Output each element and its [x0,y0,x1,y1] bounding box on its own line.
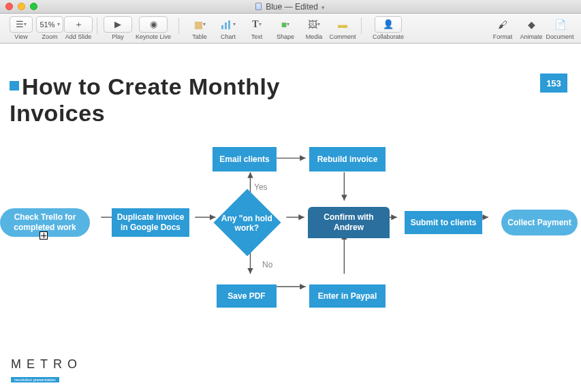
chart-icon [221,20,233,29]
slide-title-block: How to Create Monthly Invoices [10,74,280,127]
flowchart: Check Trello for completed work Duplicat… [0,139,581,370]
view-button[interactable]: ☰▾ View [7,15,35,42]
slide-canvas[interactable]: How to Create Monthly Invoices 153 [0,44,581,392]
logo-sub: revolution presentation [11,377,59,382]
table-button[interactable]: ▦▾ Table [185,15,214,42]
slide-title-line1: How to Create Monthly [22,74,280,99]
media-icon: 🖼 [308,19,317,30]
flow-collect-payment[interactable]: Collect Payment [501,210,578,235]
text-icon: T [252,19,258,30]
shape-button[interactable]: ■▾ Shape [271,15,300,42]
flow-label-yes: Yes [254,182,268,192]
document-button[interactable]: 📄 Document [546,15,574,42]
flow-enter-paypal[interactable]: Enter in Paypal [309,284,386,308]
logo: METRO revolution presentation [11,357,82,384]
collaborate-button[interactable]: 👤 Collaborate [368,15,409,42]
chevron-down-icon: ▾ [57,21,60,27]
minimize-icon[interactable] [18,3,25,10]
table-icon: ▦ [194,19,203,30]
document-status: Edited [295,2,318,12]
chart-button[interactable]: ▾ Chart [214,15,242,42]
window-titlebar: Blue — Edited ▼ [0,0,581,14]
slide-title-line2: Invoices [10,100,280,127]
flow-submit-clients[interactable]: Submit to clients [405,211,482,234]
flow-duplicate-invoice[interactable]: Duplicate invoice in Google Docs [112,208,189,237]
keynote-live-button[interactable]: ◉ Keynote Live [132,15,174,42]
flow-email-clients[interactable]: Email clients [213,147,277,172]
comment-icon: ▬ [338,19,347,30]
slide-number: 153 [540,74,567,93]
window-title: Blue — Edited ▼ [0,2,581,12]
flow-save-pdf[interactable]: Save PDF [217,284,277,308]
flow-label-no: No [262,260,272,270]
shape-icon: ■ [281,19,287,30]
media-button[interactable]: 🖼▾ Media [300,15,328,42]
window-controls [5,3,37,10]
document-icon: 📄 [554,19,566,30]
svg-rect-0 [221,25,223,29]
toolbar: ☰▾ View 51% ▾ Zoom ＋ Add Slide ▶ Play ◉ … [0,14,581,44]
plus-icon: ＋ [74,18,83,31]
comment-button[interactable]: ▬ Comment [328,15,357,42]
zoom-button[interactable]: 51% ▾ Zoom [35,15,64,42]
flow-rebuild-invoice[interactable]: Rebuild invoice [309,147,386,172]
chevron-down-icon[interactable]: ▼ [320,5,326,11]
text-button[interactable]: T▾ Text [242,15,271,42]
logo-main: METRO [11,357,82,372]
brush-icon: 🖌 [498,19,507,30]
close-icon[interactable] [5,3,13,10]
format-button[interactable]: 🖌 Format [488,15,517,42]
flow-arrows [0,139,581,370]
svg-rect-2 [228,20,230,29]
document-icon [255,3,262,10]
collaborate-icon: 👤 [383,19,394,29]
flow-confirm-andrew[interactable]: Confirm with Andrew [308,207,390,238]
broadcast-icon: ◉ [150,19,157,29]
move-cursor-icon [40,231,48,240]
title-accent [10,81,19,91]
document-name: Blue [266,2,282,12]
svg-rect-1 [225,22,227,29]
play-button[interactable]: ▶ Play [104,15,132,42]
play-icon: ▶ [114,19,121,29]
animate-icon: ◆ [528,19,535,30]
maximize-icon[interactable] [30,3,37,10]
add-slide-button[interactable]: ＋ Add Slide [64,15,93,42]
flow-decision-on-hold[interactable]: Any "on hold work? [214,189,281,257]
zoom-value: 51% [40,20,54,29]
view-icon: ☰ [16,19,24,29]
animate-button[interactable]: ◆ Animate [517,15,546,42]
